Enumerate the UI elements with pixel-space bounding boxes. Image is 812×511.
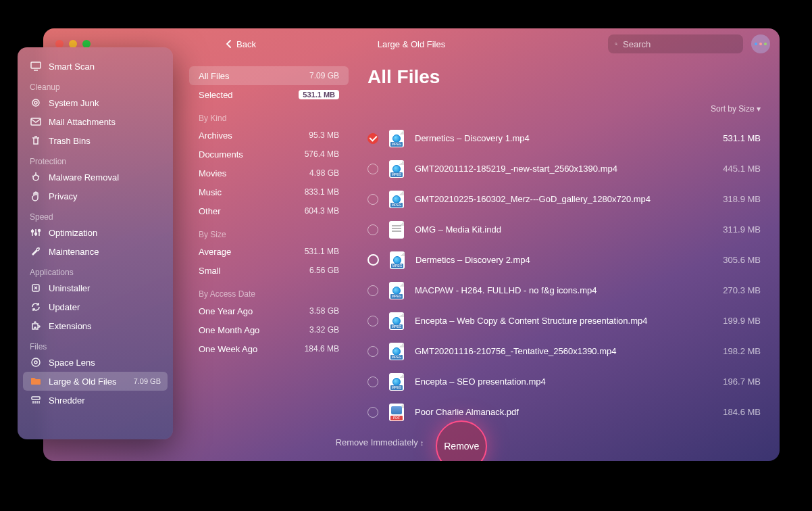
filter-label: One Year Ago <box>199 306 253 316</box>
sidebar-item-size: 7.09 GB <box>134 377 161 385</box>
envelope-icon <box>30 116 42 128</box>
filter-label: Other <box>199 206 221 216</box>
content-area: All Files Sort by Size ▾ MPEGDermetics –… <box>367 61 767 423</box>
file-row[interactable]: MPEGGMT20201112-185219_-new-start_2560x1… <box>367 153 767 184</box>
uninstall-icon <box>30 282 42 294</box>
file-type-icon: MPEG <box>389 160 404 178</box>
file-checkbox[interactable] <box>367 376 378 387</box>
filter-size-1[interactable]: Small6.56 GB <box>189 261 349 280</box>
filter-kind-2[interactable]: Movies4.98 GB <box>189 164 349 182</box>
filter-kind-4[interactable]: Other604.3 MB <box>189 201 349 220</box>
filter-label: One Month Ago <box>199 325 259 335</box>
file-size: 196.7 MB <box>723 376 761 387</box>
file-type-icon: MPEG <box>389 130 404 147</box>
wrench-icon <box>30 245 42 258</box>
sidebar-item-uninstaller[interactable]: Uninstaller <box>23 278 168 297</box>
file-size: 270.3 MB <box>723 285 761 295</box>
filter-access-2[interactable]: One Week Ago184.6 MB <box>189 339 349 358</box>
sidebar-item-trash-bins[interactable]: Trash Bins <box>23 131 168 150</box>
file-checkbox[interactable] <box>367 164 378 174</box>
file-row[interactable]: PDFPoor Charlie Almanack.pdf184.6 MB <box>367 397 767 423</box>
sidebar-item-large-old-files[interactable]: Large & Old Files 7.09 GB <box>23 372 168 391</box>
filter-access-0[interactable]: One Year Ago3.58 GB <box>189 301 349 320</box>
content-title: All Files <box>367 66 767 88</box>
sidebar-item-mail-attachments[interactable]: Mail Attachments <box>23 112 168 131</box>
sidebar-item-shredder[interactable]: Shredder <box>23 391 168 410</box>
svg-point-7 <box>33 175 39 180</box>
sidebar-header-cleanup: Cleanup <box>23 76 168 93</box>
remove-button[interactable]: Remove <box>436 420 487 461</box>
file-row[interactable]: OMG – Media Kit.indd311.9 MB <box>367 214 767 245</box>
file-name: Encepta – Web Copy & Content Structure p… <box>415 316 712 326</box>
sidebar-item-system-junk[interactable]: System Junk <box>23 93 168 112</box>
file-checkbox[interactable] <box>367 407 378 418</box>
file-row[interactable]: MPEGGMT20210225-160302_Merz---GoD_galler… <box>367 184 767 214</box>
filter-size: 7.09 GB <box>309 71 339 80</box>
sidebar-item-space-lens[interactable]: Space Lens <box>23 353 168 372</box>
sidebar-header-applications: Applications <box>23 261 168 278</box>
filter-size: 3.58 GB <box>309 306 339 316</box>
search-icon <box>615 39 617 49</box>
svg-point-14 <box>32 230 34 233</box>
filter-label: One Week Ago <box>199 344 257 354</box>
sidebar-item-privacy[interactable]: Privacy <box>23 187 168 205</box>
file-type-icon <box>389 221 404 239</box>
filter-access-1[interactable]: One Month Ago3.32 GB <box>189 320 349 339</box>
file-row[interactable]: MPEGDermetics – Discovery 1.mp4531.1 MB <box>367 123 767 153</box>
filter-size: 184.6 MB <box>305 344 339 354</box>
sidebar-item-malware-removal[interactable]: Malware Removal <box>23 168 168 187</box>
file-checkbox[interactable] <box>367 254 379 266</box>
file-size: 311.9 MB <box>723 224 761 235</box>
selected-badge: 531.1 MB <box>299 90 339 99</box>
bug-icon <box>30 171 42 183</box>
back-button[interactable]: Back <box>226 39 256 49</box>
file-name: GMT20210225-160302_Merz---GoD_gallery_12… <box>415 194 712 204</box>
filter-size: 95.3 MB <box>309 130 339 140</box>
search-input[interactable] <box>623 39 736 49</box>
filter-label: Average <box>199 247 231 257</box>
file-checkbox[interactable] <box>367 224 378 235</box>
file-size: 445.1 MB <box>723 164 761 174</box>
file-row[interactable]: MPEGMACPAW - H264. FULLHD - no f&g icons… <box>367 275 767 306</box>
file-row[interactable]: MPEGDermetics – Discovery 2.mp4305.6 MB <box>367 245 767 275</box>
file-size: 198.2 MB <box>723 346 761 356</box>
filter-kind-3[interactable]: Music833.1 MB <box>189 182 349 201</box>
file-row[interactable]: MPEGEncepta – Web Copy & Content Structu… <box>367 306 767 336</box>
filter-selected[interactable]: Selected 531.1 MB <box>189 85 349 104</box>
sidebar-item-extensions[interactable]: Extensions <box>23 316 168 335</box>
filter-label: Selected <box>199 90 233 100</box>
file-checkbox[interactable] <box>367 285 378 296</box>
filter-all-files[interactable]: All Files 7.09 GB <box>189 66 349 85</box>
filter-kind-0[interactable]: Archives95.3 MB <box>189 126 349 145</box>
filter-kind-1[interactable]: Documents576.4 MB <box>189 145 349 164</box>
account-button[interactable] <box>751 34 770 53</box>
chevron-left-icon <box>226 39 232 49</box>
filter-column: All Files 7.09 GB Selected 531.1 MB By K… <box>189 66 349 423</box>
file-checkbox[interactable] <box>367 346 378 357</box>
sidebar-item-optimization[interactable]: Optimization <box>23 223 168 242</box>
sort-button[interactable]: Sort by Size ▾ <box>711 104 761 114</box>
file-size: 531.1 MB <box>723 133 761 143</box>
remove-mode-selector[interactable]: Remove Immediately <box>336 437 424 447</box>
file-checkbox[interactable] <box>367 194 378 205</box>
gear-icon <box>30 97 42 109</box>
svg-point-4 <box>32 99 39 106</box>
file-type-icon: MPEG <box>389 282 404 299</box>
file-size: 199.9 MB <box>723 316 761 326</box>
filter-label: Documents <box>199 149 243 160</box>
file-row[interactable]: MPEGGMT20201116-210756_-Tentative_2560x1… <box>367 336 767 366</box>
file-row[interactable]: MPEGEncepta – SEO presentation.mp4196.7 … <box>367 366 767 397</box>
sidebar-item-updater[interactable]: Updater <box>23 297 168 316</box>
svg-point-15 <box>35 233 37 235</box>
lens-icon <box>30 356 42 368</box>
sidebar-item-smart-scan[interactable]: Smart Scan <box>23 57 168 76</box>
file-checkbox[interactable] <box>367 316 378 326</box>
file-name: Dermetics – Discovery 1.mp4 <box>415 133 712 143</box>
filter-label: Movies <box>199 168 226 178</box>
search-field[interactable] <box>608 34 743 53</box>
svg-point-20 <box>32 358 40 366</box>
filter-size-0[interactable]: Average531.1 MB <box>189 242 349 261</box>
sidebar-item-maintenance[interactable]: Maintenance <box>23 242 168 261</box>
file-name: GMT20201112-185219_-new-start_2560x1390.… <box>415 164 712 174</box>
file-checkbox[interactable] <box>367 133 378 144</box>
